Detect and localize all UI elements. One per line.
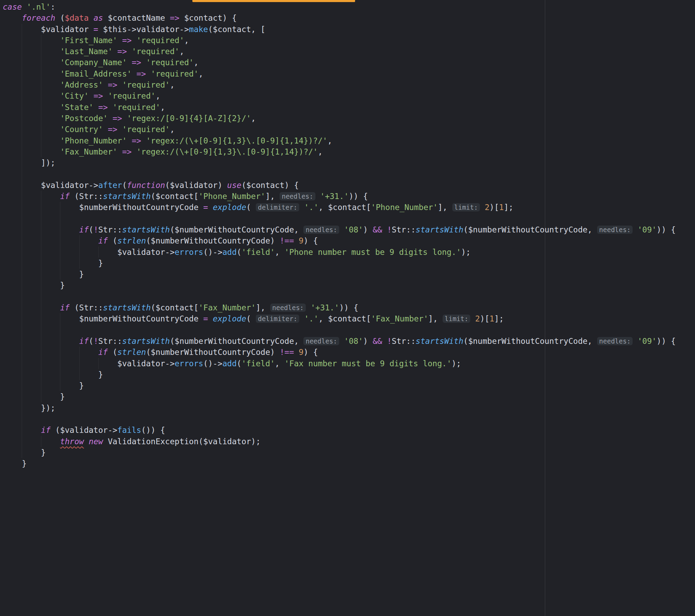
code-line[interactable]: $validator = $this->validator->make($con…: [3, 24, 695, 35]
code-token: =>: [132, 58, 141, 67]
code-token: startsWith: [103, 192, 151, 201]
code-token: ,: [328, 136, 332, 145]
code-line[interactable]: 'Address' => 'required',: [3, 79, 695, 90]
code-token: '08': [344, 225, 363, 234]
code-token: ($numberWithoutCountryCode,: [170, 337, 304, 346]
code-token: [117, 80, 122, 89]
code-line[interactable]: if (strlen($numberWithoutCountryCode) !=…: [3, 347, 695, 358]
code-token: =>: [108, 80, 118, 89]
code-token: strlen: [117, 348, 146, 357]
code-line[interactable]: $validator->after(function($validator) u…: [3, 180, 695, 191]
code-line[interactable]: 'Company_Name' => 'required',: [3, 57, 695, 68]
code-token: 'Fax_Number': [199, 303, 256, 312]
code-line[interactable]: }: [3, 269, 695, 280]
code-token: '09': [637, 225, 656, 234]
code-token: 'Phone_Number': [371, 203, 438, 212]
code-token: ()) {: [141, 426, 165, 435]
code-line[interactable]: }: [3, 380, 695, 391]
code-line[interactable]: [3, 325, 695, 336]
code-token: 'Phone_Number': [60, 136, 127, 145]
code-line[interactable]: }: [3, 369, 695, 380]
code-line[interactable]: }: [3, 258, 695, 269]
code-token: ($numberWithoutCountryCode): [146, 236, 280, 245]
code-token: [127, 58, 132, 67]
code-token: startsWith: [122, 337, 170, 346]
code-line[interactable]: if (Str::startsWith($contact['Phone_Numb…: [3, 191, 695, 202]
code-line[interactable]: case '.nl':: [3, 1, 695, 12]
code-line[interactable]: [3, 291, 695, 302]
code-token: $numberWithoutCountryCode: [79, 314, 203, 323]
code-token: (: [122, 181, 127, 190]
code-token: 'regex:/(\+[0-9]{1,3}\.[0-9]{1,14})?/': [137, 147, 318, 156]
code-line[interactable]: 'City' => 'required',: [3, 90, 695, 101]
code-token: ,: [170, 125, 175, 134]
code-token: [117, 125, 122, 134]
code-token: !: [387, 225, 392, 234]
code-token: '+31.': [320, 192, 349, 201]
code-token: =>: [122, 147, 132, 156]
code-line[interactable]: if ($validator->fails()) {: [3, 425, 695, 436]
code-token: ,: [194, 58, 199, 67]
code-line[interactable]: $numberWithoutCountryCode = explode( del…: [3, 202, 695, 213]
code-line[interactable]: [3, 168, 695, 179]
code-line[interactable]: $validator->errors()->add('field', 'Phon…: [3, 247, 695, 258]
code-line[interactable]: foreach ($data as $contactName => $conta…: [3, 12, 695, 23]
code-token: }: [98, 370, 103, 379]
code-line[interactable]: }: [3, 458, 695, 469]
code-line[interactable]: if(!Str::startsWith($numberWithoutCountr…: [3, 336, 695, 347]
code-token: '+31.': [311, 303, 339, 312]
code-line[interactable]: 'Last_Name' => 'required',: [3, 46, 695, 57]
code-line[interactable]: 'Fax_Number' => 'regex:/(\+[0-9]{1,3}\.[…: [3, 146, 695, 157]
code-token: =>: [108, 125, 118, 134]
code-token: startsWith: [416, 337, 463, 346]
code-token: ) {: [303, 348, 318, 357]
code-line[interactable]: ]);: [3, 157, 695, 168]
code-token: 2: [485, 203, 490, 212]
code-token: ],: [428, 314, 443, 323]
code-token: )) {: [657, 337, 676, 346]
code-token: if: [98, 236, 108, 245]
code-line[interactable]: if (strlen($numberWithoutCountryCode) !=…: [3, 235, 695, 246]
code-line[interactable]: [3, 414, 695, 425]
code-token: }: [98, 259, 103, 268]
code-token: [132, 69, 137, 78]
code-line[interactable]: 'State' => 'required',: [3, 102, 695, 113]
code-token: 'Country': [60, 125, 103, 134]
code-token: ,: [251, 114, 256, 123]
code-line[interactable]: 'Email_Address' => 'required',: [3, 68, 695, 79]
inlay-hint: needles:: [597, 337, 633, 345]
code-line[interactable]: 'First_Name' => 'required',: [3, 35, 695, 46]
code-token: 'regex:/(\+[0-9]{1,3}\.[0-9]{1,14})?/': [146, 136, 327, 145]
code-token: $contact) {: [179, 13, 236, 22]
code-line[interactable]: }: [3, 280, 695, 291]
code-line[interactable]: });: [3, 403, 695, 414]
code-token: }: [60, 392, 65, 401]
code-token: =>: [93, 91, 103, 100]
code-token: (Str::: [70, 303, 103, 312]
code-token: [208, 314, 213, 323]
code-token: Str::: [392, 225, 415, 234]
code-token: ],: [438, 203, 452, 212]
inlay-hint: delimiter:: [256, 315, 299, 323]
code-token: startsWith: [122, 225, 170, 234]
code-token: ($contact, [: [208, 25, 265, 34]
code-line[interactable]: if(!Str::startsWith($numberWithoutCountr…: [3, 224, 695, 235]
code-token: (: [237, 359, 242, 368]
code-line[interactable]: [3, 213, 695, 224]
code-line[interactable]: $validator->errors()->add('field', 'Fax …: [3, 358, 695, 369]
code-line[interactable]: $numberWithoutCountryCode = explode( del…: [3, 313, 695, 324]
code-token: )[: [490, 203, 499, 212]
code-line[interactable]: 'Postcode' => 'regex:/[0-9]{4}[A-Z]{2}/'…: [3, 113, 695, 124]
code-area[interactable]: case '.nl': foreach ($data as $contactNa…: [0, 0, 695, 616]
code-token: [132, 36, 137, 45]
code-line[interactable]: 'Phone_Number' => 'regex:/(\+[0-9]{1,3}\…: [3, 135, 695, 146]
code-token: ];: [504, 203, 513, 212]
code-token: [84, 437, 89, 446]
code-line[interactable]: }: [3, 391, 695, 402]
code-line[interactable]: if (Str::startsWith($contact['Fax_Number…: [3, 302, 695, 313]
code-line[interactable]: 'Country' => 'required',: [3, 124, 695, 135]
code-token: (: [89, 337, 93, 346]
code-line[interactable]: throw new ValidationException($validator…: [3, 436, 695, 447]
code-line[interactable]: }: [3, 447, 695, 458]
code-token: [141, 136, 146, 145]
